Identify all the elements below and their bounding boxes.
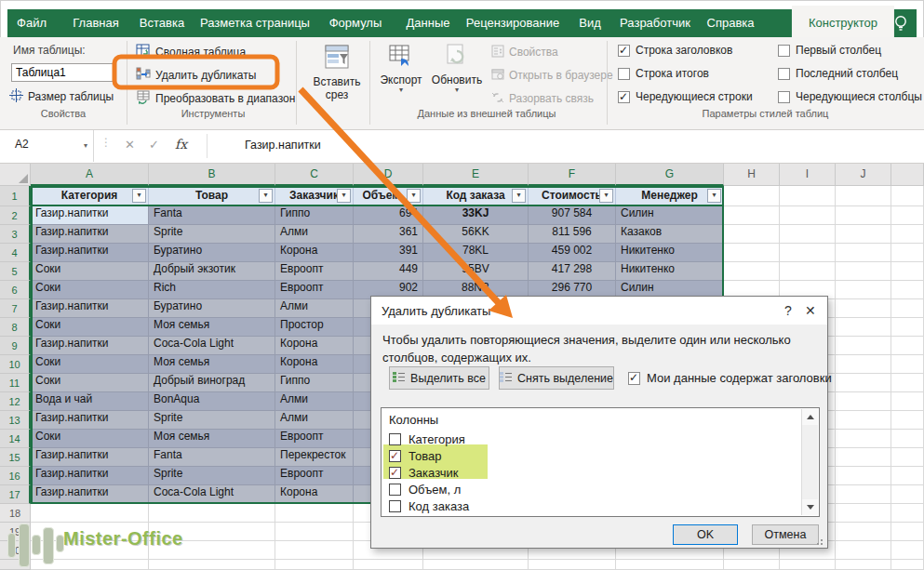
refresh-dropdown-arrow[interactable]: ▾ [430, 86, 484, 94]
cell-C3[interactable]: Алми [275, 225, 354, 244]
cell-J5[interactable] [836, 262, 891, 281]
row-header-8[interactable]: 8 [0, 318, 31, 337]
row-header-5[interactable]: 5 [0, 262, 31, 281]
header-cell-G1[interactable]: Менеджер▾ [616, 186, 724, 206]
cell-J9[interactable] [836, 337, 891, 355]
cell-B4[interactable]: Буратино [149, 244, 275, 262]
style-option-2[interactable]: Строка итогов [618, 67, 709, 80]
cell-A14[interactable]: Соки [31, 430, 149, 448]
column-header-I[interactable]: I [780, 164, 836, 186]
row-header-4[interactable]: 4 [0, 244, 31, 262]
column-option-4[interactable]: Объем, л [389, 481, 461, 497]
row-header-15[interactable]: 15 [0, 448, 31, 467]
filter-dropdown-icon[interactable]: ▾ [259, 189, 273, 203]
cell-J1[interactable] [836, 186, 891, 206]
cell-H3[interactable] [724, 225, 780, 244]
column-header-H[interactable]: H [724, 164, 780, 186]
cell-C2[interactable]: Гиппо [275, 206, 354, 225]
cell-D4[interactable]: 391 [354, 244, 423, 262]
style-option-5[interactable]: Последний столбец [778, 67, 898, 80]
cell-stub15[interactable] [891, 448, 924, 467]
cell-F3[interactable]: 811 596 [529, 225, 616, 244]
row-header-16[interactable]: 16 [0, 467, 31, 485]
cell-A7[interactable]: Газир.напитки [31, 299, 149, 318]
cell-stub12[interactable] [891, 392, 924, 411]
cell-B15[interactable]: Fanta [149, 448, 275, 467]
column-header-stub[interactable] [891, 164, 924, 186]
cell-A18[interactable] [31, 504, 149, 523]
cell-H5[interactable] [724, 262, 780, 281]
cell-D3[interactable]: 361 [354, 225, 423, 244]
cell-C9[interactable]: Корона [275, 337, 354, 355]
cell-B10[interactable]: Моя семья [149, 355, 275, 374]
select-all-button[interactable]: Выделить все [389, 366, 489, 390]
cell-G2[interactable]: Силин [616, 206, 724, 225]
insert-slicer-button[interactable]: Вставить срез [307, 40, 367, 124]
cell-B2[interactable]: Fanta [149, 206, 275, 225]
cell-J18[interactable] [836, 504, 891, 523]
cell-B8[interactable]: Моя семья [149, 318, 275, 337]
convert-to-range-button[interactable]: Преобразовать в диапазон [136, 89, 295, 108]
row-header-17[interactable]: 17 [0, 485, 31, 504]
cell-F21[interactable] [529, 560, 616, 570]
cell-stub8[interactable] [891, 318, 924, 337]
cell-C5[interactable]: Евроопт [275, 262, 354, 281]
cell-A20[interactable] [31, 541, 149, 560]
style-option-1[interactable]: Строка заголовков [618, 44, 732, 57]
column-option-3[interactable]: Заказчик [389, 464, 458, 481]
header-cell-C1[interactable]: Заказчик▾ [275, 186, 354, 206]
cell-I5[interactable] [780, 262, 836, 281]
cell-B21[interactable] [149, 560, 275, 570]
cell-J7[interactable] [836, 299, 891, 318]
column-header-A[interactable]: A [31, 164, 149, 186]
cell-C12[interactable]: Алми [275, 392, 354, 411]
select-all-corner[interactable] [0, 164, 31, 186]
cell-I1[interactable] [780, 186, 836, 206]
cell-C11[interactable]: Гиппо [275, 374, 354, 392]
column-header-G[interactable]: G [616, 164, 724, 186]
cell-B18[interactable] [149, 504, 275, 523]
filter-dropdown-icon[interactable]: ▾ [337, 189, 351, 203]
cell-C16[interactable]: Евроопт [275, 467, 354, 485]
column-header-F[interactable]: F [529, 164, 616, 186]
cell-H1[interactable] [724, 186, 780, 206]
cell-B20[interactable] [149, 541, 275, 560]
row-header-7[interactable]: 7 [0, 299, 31, 318]
cell-J4[interactable] [836, 244, 891, 262]
columns-list-scrollbar[interactable] [801, 409, 818, 515]
ribbon-tab-6[interactable]: Данные [401, 9, 456, 37]
cell-A5[interactable]: Соки [31, 262, 149, 281]
cell-B19[interactable] [149, 523, 275, 541]
scroll-down-icon[interactable] [802, 499, 818, 515]
cell-J16[interactable] [836, 467, 891, 485]
cell-stub17[interactable] [891, 485, 924, 504]
column-header-D[interactable]: D [354, 164, 423, 186]
cell-A11[interactable]: Соки [31, 374, 149, 392]
cell-A12[interactable]: Вода и чай [31, 392, 149, 411]
ribbon-tab-8[interactable]: Вид [573, 9, 607, 37]
cell-H2[interactable] [724, 206, 780, 225]
cell-F5[interactable]: 417 298 [529, 262, 616, 281]
cell-A16[interactable]: Газир.напитки [31, 467, 149, 485]
row-header-19[interactable]: 19 [0, 523, 31, 541]
header-cell-F1[interactable]: Стоимость▾ [529, 186, 616, 206]
cell-A6[interactable]: Соки [31, 281, 149, 299]
cell-stub1[interactable] [891, 186, 924, 206]
column-header-E[interactable]: E [423, 164, 529, 186]
cell-B16[interactable]: Sprite [149, 467, 275, 485]
row-header-18[interactable]: 18 [0, 504, 31, 523]
name-box-dropdown-icon[interactable]: ▾ [84, 141, 87, 150]
cell-C14[interactable]: Евроопт [275, 430, 354, 448]
cell-C6[interactable]: Евроопт [275, 281, 354, 299]
row-header-3[interactable]: 3 [0, 225, 31, 244]
cell-J12[interactable] [836, 392, 891, 411]
cell-stub10[interactable] [891, 355, 924, 374]
cancel-entry-icon[interactable]: ✕ [125, 138, 135, 152]
cell-J11[interactable] [836, 374, 891, 392]
cell-stub5[interactable] [891, 262, 924, 281]
row-header-14[interactable]: 14 [0, 430, 31, 448]
ribbon-tab-1[interactable]: Файл [11, 9, 52, 37]
formula-bar-content[interactable]: Газир.напитки [245, 139, 321, 152]
cell-J13[interactable] [836, 411, 891, 430]
cell-D2[interactable]: 694 [354, 206, 423, 225]
